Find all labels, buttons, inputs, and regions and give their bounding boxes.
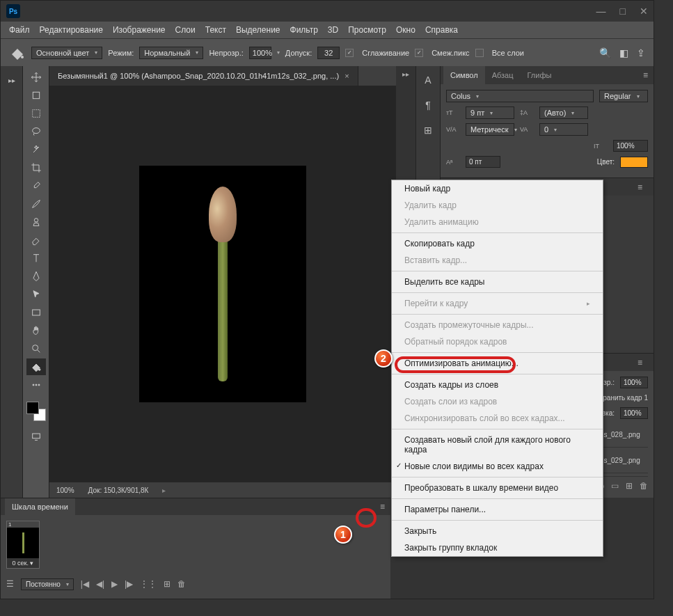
crop-tool[interactable] <box>26 159 46 176</box>
edit-toolbar-icon[interactable] <box>26 377 46 393</box>
document-tab[interactable]: Безымянный1 @ 100% (Ashampoo_Snap_2020.1… <box>49 66 358 86</box>
font-style-dropdown[interactable]: Regular <box>599 90 648 102</box>
first-frame-icon[interactable]: |◀ <box>81 579 89 589</box>
font-dropdown[interactable]: Colus <box>446 90 594 102</box>
zoom-tool[interactable] <box>26 340 46 357</box>
tween-icon[interactable]: ⋮⋮ <box>140 579 157 589</box>
ctx-make-frames-from-layers[interactable]: Создать кадры из слоев <box>392 377 603 393</box>
minimize-icon[interactable]: — <box>596 6 606 17</box>
menu-type[interactable]: Текст <box>205 25 226 35</box>
ctx-new-frame[interactable]: Новый кадр <box>392 180 603 197</box>
menu-filter[interactable]: Фильтр <box>290 25 318 35</box>
layer-opacity-input[interactable]: 100% <box>620 377 648 388</box>
timeline-convert-icon[interactable]: ☰ <box>6 579 14 589</box>
prev-frame-icon[interactable]: ◀| <box>96 579 104 589</box>
loop-dropdown[interactable]: Постоянно <box>21 578 74 590</box>
hand-tool[interactable] <box>26 322 46 339</box>
foreground-swatch[interactable] <box>26 402 39 414</box>
character-icon[interactable]: A <box>421 73 435 87</box>
ctx-copy-frame[interactable]: Скопировать кадр <box>392 235 603 252</box>
fill-source-dropdown[interactable]: Основной цвет <box>31 47 102 59</box>
timeline-menu-icon[interactable]: ≡ <box>374 502 390 512</box>
type-tool[interactable] <box>26 250 46 267</box>
tracking-input[interactable]: 0 <box>539 123 588 136</box>
collapse-icon[interactable]: ▸▸ <box>5 73 19 87</box>
ctx-close[interactable]: Закрыть <box>392 523 603 539</box>
tab-close-icon[interactable]: × <box>345 72 349 80</box>
close-icon[interactable]: ✕ <box>640 6 648 17</box>
tab-symbol[interactable]: Символ <box>443 66 485 84</box>
delete-frame-icon[interactable]: 🗑 <box>177 579 186 589</box>
text-color-swatch[interactable] <box>620 157 648 168</box>
swatches-icon[interactable]: ⊞ <box>421 123 435 137</box>
eyedropper-tool[interactable] <box>26 177 46 194</box>
ctx-visible-all-frames[interactable]: Новые слои видимы во всех кадрах <box>392 458 603 475</box>
kerning-input[interactable]: Метрическ <box>466 123 514 136</box>
alllayers-checkbox[interactable] <box>475 49 484 57</box>
panel-menu-icon[interactable]: ≡ <box>638 70 654 80</box>
eraser-tool[interactable] <box>26 232 46 248</box>
menu-view[interactable]: Просмотр <box>348 25 386 35</box>
menu-layer[interactable]: Слои <box>175 25 196 35</box>
share-icon[interactable]: ⇪ <box>637 47 645 58</box>
menu-file[interactable]: Файл <box>9 25 30 35</box>
tab-glyphs[interactable]: Глифы <box>521 66 559 84</box>
brush-tool[interactable] <box>26 196 46 212</box>
timeline-frame[interactable]: 1 0 сек. ▾ <box>6 521 40 569</box>
new-frame-icon[interactable]: ⊞ <box>164 579 171 589</box>
zoom-value[interactable]: 100% <box>56 487 74 494</box>
contiguous-checkbox[interactable]: ✓ <box>415 49 423 57</box>
paint-bucket-icon[interactable] <box>9 45 26 61</box>
baseline-input[interactable]: 0 пт <box>466 156 500 168</box>
next-frame-icon[interactable]: |▶ <box>125 579 133 589</box>
artboard-tool[interactable] <box>26 87 46 104</box>
color-swatches[interactable] <box>26 402 46 421</box>
play-icon[interactable]: ▶ <box>111 579 118 589</box>
lasso-tool[interactable] <box>26 123 46 140</box>
delete-layer-icon[interactable]: 🗑 <box>640 481 648 491</box>
layer-fill-input[interactable]: 100% <box>620 407 648 419</box>
workspace-icon[interactable]: ◧ <box>619 47 628 58</box>
expand-panels-icon[interactable]: ▸▸ <box>402 70 409 78</box>
ctx-close-group[interactable]: Закрыть группу вкладок <box>392 539 603 556</box>
menu-image[interactable]: Изображение <box>113 25 166 35</box>
font-size-input[interactable]: 9 пт <box>466 106 514 119</box>
frame-delay[interactable]: 0 сек. ▾ <box>7 558 39 568</box>
magic-wand-tool[interactable] <box>26 141 46 158</box>
path-select-tool[interactable] <box>26 286 46 303</box>
menu-help[interactable]: Справка <box>425 25 458 35</box>
paint-bucket-tool[interactable] <box>26 358 46 375</box>
mode-dropdown[interactable]: Нормальный <box>139 47 203 59</box>
menu-edit[interactable]: Редактирование <box>40 25 103 35</box>
ctx-panel-options[interactable]: Параметры панели... <box>392 501 603 518</box>
move-tool[interactable] <box>26 69 46 86</box>
opacity-input[interactable]: 100% <box>249 47 271 59</box>
ctx-optimize[interactable]: Оптимизировать анимацию... <box>392 355 603 372</box>
svg-point-6 <box>38 369 40 371</box>
ctx-convert-video-timeline[interactable]: Преобразовать в шкалу времени видео <box>392 480 603 496</box>
timeline-tab[interactable]: Шкала времени <box>5 498 75 515</box>
group-icon[interactable]: ▭ <box>611 481 619 491</box>
middle-panel-menu-icon[interactable]: ≡ <box>632 182 648 192</box>
canvas-viewport[interactable] <box>49 86 396 482</box>
stamp-tool[interactable] <box>26 214 46 230</box>
antialias-checkbox[interactable]: ✓ <box>345 49 354 57</box>
marquee-tool[interactable] <box>26 105 46 122</box>
search-icon[interactable]: 🔍 <box>599 47 611 58</box>
ctx-select-all[interactable]: Выделить все кадры <box>392 274 603 290</box>
rectangle-tool[interactable] <box>26 304 46 321</box>
menu-window[interactable]: Окно <box>396 25 415 35</box>
pen-tool[interactable] <box>26 268 46 285</box>
vscale-input[interactable]: 100% <box>613 140 648 152</box>
layers-panel-menu-icon[interactable]: ≡ <box>632 358 648 368</box>
tolerance-input[interactable]: 32 <box>317 47 340 59</box>
paragraph-icon[interactable]: ¶ <box>421 98 435 112</box>
maximize-icon[interactable]: □ <box>620 6 626 17</box>
ctx-new-layer-each-frame[interactable]: Создавать новый слой для каждого нового … <box>392 432 603 458</box>
menu-select[interactable]: Выделение <box>236 25 280 35</box>
new-layer-icon[interactable]: ⊞ <box>626 481 633 491</box>
leading-input[interactable]: (Авто) <box>539 106 588 119</box>
menu-3d[interactable]: 3D <box>328 25 338 35</box>
screen-mode-tool[interactable] <box>26 428 46 445</box>
tab-paragraph[interactable]: Абзац <box>485 66 521 84</box>
